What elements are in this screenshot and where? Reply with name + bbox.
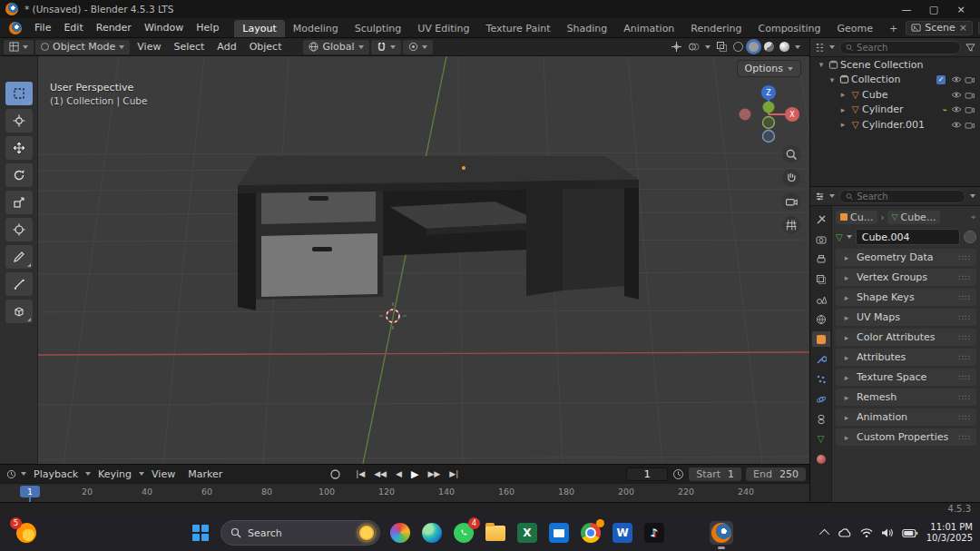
menu-window[interactable]: Window (138, 18, 190, 37)
properties-search-input[interactable] (857, 192, 959, 202)
tab-world[interactable] (812, 311, 830, 327)
menu-view-timeline[interactable]: View (146, 468, 181, 480)
play-button[interactable]: ▶ (407, 468, 422, 480)
hide-viewport-eye-icon[interactable] (949, 75, 963, 84)
properties-search[interactable] (839, 190, 965, 203)
scene-unlink-icon[interactable]: × (959, 22, 967, 34)
current-frame-field[interactable]: 1 (626, 467, 668, 481)
shading-wireframe-icon[interactable] (733, 42, 743, 52)
tool-select-box[interactable] (5, 82, 33, 105)
tiktok-icon[interactable]: ♪ (642, 521, 666, 545)
overlays-icon[interactable] (688, 41, 700, 53)
properties-editor-dropdown-icon[interactable] (829, 194, 835, 198)
panel-uv-maps[interactable]: ▸UV Maps∷∷ (836, 309, 976, 326)
blender-taskbar-icon[interactable] (710, 521, 733, 545)
workspace-tab-compositing[interactable]: Compositing (750, 20, 829, 37)
breadcrumb-object[interactable]: Cu... (836, 211, 877, 224)
menu-add[interactable]: Add (211, 41, 241, 53)
jump-to-start-button[interactable]: |◀ (352, 469, 368, 478)
outliner-search-input[interactable] (857, 43, 955, 53)
timeline-ruler[interactable]: 1 20 40 60 80 100 120 140 160 180 200 22… (0, 483, 809, 502)
menu-render[interactable]: Render (90, 18, 138, 37)
viewport-canvas[interactable] (38, 56, 809, 464)
panel-shape-keys[interactable]: ▸Shape Keys∷∷ (836, 289, 976, 306)
fake-user-shield-icon[interactable] (964, 231, 976, 243)
shading-rendered-icon[interactable] (779, 42, 789, 52)
menu-file[interactable]: File (28, 18, 57, 37)
tab-particles[interactable] (812, 371, 830, 387)
outliner-search[interactable] (839, 41, 961, 54)
tool-measure[interactable] (5, 272, 33, 296)
tab-scene[interactable] (812, 291, 830, 307)
taskbar-search[interactable]: Search (220, 520, 380, 546)
tool-move[interactable] (5, 136, 33, 160)
hide-viewport-eye-icon[interactable] (949, 91, 963, 99)
menu-view[interactable]: View (132, 41, 166, 53)
frame-end-field[interactable]: End250 (746, 467, 806, 481)
start-button[interactable] (189, 521, 212, 545)
workspace-tab-sculpting[interactable]: Sculpting (347, 20, 409, 37)
panel-vertex-groups[interactable]: ▸Vertex Groups∷∷ (836, 269, 976, 286)
shading-dropdown-icon[interactable] (795, 45, 800, 49)
timeline-editor-icon[interactable] (6, 469, 16, 479)
panel-color-attributes[interactable]: ▸Color Attributes∷∷ (836, 329, 976, 346)
photos-icon[interactable] (388, 521, 412, 545)
pan-hand-icon[interactable] (782, 169, 800, 187)
options-button[interactable]: Options (737, 60, 801, 77)
disable-render-camera-icon[interactable] (963, 121, 976, 129)
tab-object[interactable] (812, 331, 830, 347)
menu-edit[interactable]: Edit (57, 18, 89, 37)
weather-sun-icon[interactable] (358, 525, 375, 541)
tool-scale[interactable] (5, 191, 33, 214)
browse-mesh-dropdown-icon[interactable] (847, 235, 852, 239)
maximize-button[interactable]: ▢ (920, 0, 947, 18)
tool-annotate[interactable] (5, 245, 33, 269)
editor-type-button[interactable] (4, 40, 34, 54)
menu-keying[interactable]: Keying (93, 468, 137, 480)
timeline-editor-dropdown-icon[interactable] (21, 472, 26, 476)
navigation-gizmo[interactable]: Z X (736, 82, 801, 147)
mode-selector[interactable]: Object Mode (35, 40, 130, 54)
collection-checkbox[interactable]: ✓ (936, 75, 946, 84)
workspace-tab-rendering[interactable]: Rendering (682, 20, 750, 37)
wifi-icon[interactable] (860, 527, 873, 538)
disable-render-camera-icon[interactable] (963, 105, 976, 113)
play-reverse-button[interactable]: ◀ (392, 469, 406, 478)
panel-custom-properties[interactable]: ▸Custom Properties∷∷ (836, 428, 976, 446)
properties-filter-dropdown-icon[interactable] (970, 194, 975, 198)
volume-icon[interactable] (881, 527, 894, 538)
desk-model[interactable] (238, 156, 639, 310)
workspace-tab-shading[interactable]: Shading (559, 20, 616, 37)
battery-icon[interactable] (902, 528, 918, 538)
frame-start-field[interactable]: Start1 (689, 467, 741, 481)
menu-marker[interactable]: Marker (182, 468, 228, 480)
playhead[interactable]: 1 (20, 486, 40, 497)
jump-to-end-button[interactable]: ▶| (446, 469, 462, 478)
mesh-data-icon[interactable]: ▽ (836, 232, 843, 242)
hide-viewport-eye-icon[interactable] (949, 105, 963, 113)
tab-tool[interactable] (812, 212, 830, 227)
tab-render[interactable] (812, 231, 830, 247)
clock-icon[interactable] (672, 468, 684, 480)
tray-clock[interactable]: 11:01 PM 10/3/2025 (926, 522, 973, 544)
workspace-tab-layout[interactable]: Layout (234, 20, 284, 37)
xray-toggle-icon[interactable] (716, 41, 728, 53)
disable-render-camera-icon[interactable] (963, 75, 976, 84)
properties-editor-icon[interactable] (815, 192, 825, 202)
toggle-grid-icon[interactable] (782, 216, 800, 234)
shading-solid-icon[interactable] (749, 42, 759, 52)
next-keyframe-button[interactable]: ▶▶ (424, 469, 444, 478)
file-explorer-icon[interactable] (484, 521, 507, 545)
excel-icon[interactable]: X (515, 521, 539, 545)
word-icon[interactable]: W (611, 521, 634, 545)
workspace-tab-modeling[interactable]: Modeling (285, 20, 347, 37)
tool-cursor[interactable] (5, 109, 33, 133)
whatsapp-icon[interactable]: 4 (452, 521, 475, 545)
outliner-row-collection[interactable]: ▾ Collection ✓ (810, 73, 980, 88)
show-gizmo-icon[interactable] (671, 41, 682, 53)
breadcrumb-mesh-data[interactable]: ▽ Cube... (887, 211, 941, 224)
mesh-name-field[interactable]: Cube.004 (856, 229, 960, 245)
panel-geometry-data[interactable]: ▸Geometry Data∷∷ (836, 249, 976, 266)
tool-add-cube[interactable] (5, 300, 33, 323)
previous-keyframe-button[interactable]: ◀◀ (370, 469, 390, 478)
